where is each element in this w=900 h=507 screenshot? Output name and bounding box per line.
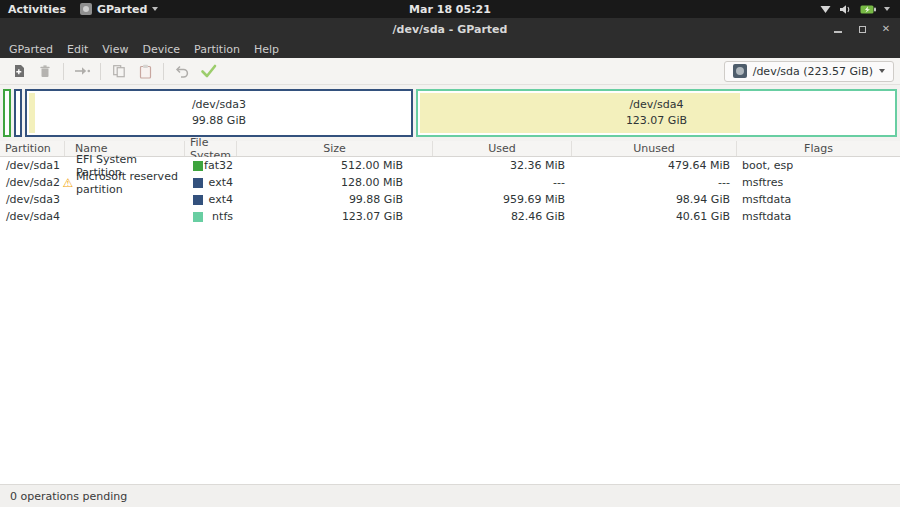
menu-view[interactable]: View — [95, 40, 135, 58]
partition-size-label: 123.07 GiB — [626, 113, 687, 129]
toolbar-separator — [163, 63, 164, 80]
statusbar: 0 operations pending — [0, 484, 900, 507]
app-menu-label: GParted — [97, 3, 147, 16]
menu-gparted[interactable]: GParted — [9, 40, 60, 58]
cell-size: 512.00 MiB — [237, 159, 433, 172]
cell-size: 128.00 MiB — [237, 176, 433, 189]
cell-used: 959.69 MiB — [433, 193, 572, 206]
caret-down-icon — [879, 69, 885, 73]
window-title: /dev/sda - GParted — [393, 23, 508, 36]
undo-button[interactable] — [169, 60, 195, 83]
cell-partition: /dev/sda2⚠ — [0, 176, 76, 189]
filesystem-color-swatch — [193, 195, 203, 205]
disk-icon — [733, 64, 747, 78]
cell-used: 32.36 MiB — [433, 159, 572, 172]
cell-filesystem: ext4 — [185, 176, 237, 189]
cell-filesystem: ntfs — [185, 210, 237, 223]
menu-partition[interactable]: Partition — [187, 40, 247, 58]
resize-move-button[interactable] — [69, 60, 95, 83]
cell-unused: 98.94 GiB — [572, 193, 737, 206]
partition-device-label: /dev/sda3 — [192, 97, 246, 113]
menubar: GPartedEditViewDevicePartitionHelp — [0, 40, 900, 58]
cell-filesystem: fat32 — [185, 159, 237, 172]
activities-button[interactable]: Activities — [8, 3, 66, 16]
partition-box-sda2[interactable] — [14, 89, 22, 137]
cell-size: 123.07 GiB — [237, 210, 433, 223]
checkmark-icon — [200, 64, 217, 78]
cell-name: Microsoft reserved partition — [76, 170, 185, 196]
cell-used: --- — [433, 176, 572, 189]
column-header-size: Size — [237, 141, 433, 156]
partition-size-label: 99.88 GiB — [192, 113, 246, 129]
paste-button[interactable] — [132, 60, 158, 83]
network-icon — [820, 5, 831, 14]
filesystem-color-swatch — [193, 161, 203, 171]
used-space-fill — [420, 93, 740, 133]
column-header-flags: Flags — [737, 141, 900, 156]
cell-unused: 40.61 GiB — [572, 210, 737, 223]
caret-down-icon — [152, 7, 158, 11]
caret-down-icon — [884, 7, 890, 11]
window-titlebar: /dev/sda - GParted ✕ — [0, 18, 900, 40]
app-menu[interactable]: GParted — [80, 3, 158, 16]
cell-filesystem: ext4 — [185, 193, 237, 206]
cell-unused: 479.64 MiB — [572, 159, 737, 172]
column-header-partition: Partition — [0, 141, 65, 156]
delete-partition-button[interactable] — [32, 60, 58, 83]
toolbar-separator — [63, 63, 64, 80]
device-selector[interactable]: /dev/sda (223.57 GiB) — [724, 61, 894, 82]
clock[interactable]: Mar 18 05:21 — [409, 3, 491, 16]
cell-unused: --- — [572, 176, 737, 189]
used-space-fill — [29, 93, 35, 133]
cell-flags: msftdata — [737, 210, 900, 223]
minimize-icon — [834, 31, 842, 33]
apply-operations-button[interactable] — [195, 60, 221, 83]
operations-pending-label: 0 operations pending — [10, 490, 127, 503]
filesystem-color-swatch — [193, 212, 203, 222]
column-header-used: Used — [433, 141, 572, 156]
resize-arrow-icon — [74, 65, 91, 77]
copy-icon — [112, 64, 126, 78]
column-header-file-system: File System — [185, 141, 237, 156]
minimize-button[interactable] — [832, 23, 844, 35]
cell-flags: boot, esp — [737, 159, 900, 172]
device-selector-label: /dev/sda (223.57 GiB) — [753, 65, 873, 78]
maximize-button[interactable] — [856, 23, 868, 35]
trash-icon — [38, 64, 52, 78]
table-row[interactable]: /dev/sda4 ntfs 123.07 GiB 82.46 GiB 40.6… — [0, 208, 900, 225]
cell-partition: /dev/sda4 — [0, 210, 76, 223]
partition-visual-bar: /dev/sda3 99.88 GiB /dev/sda4 123.07 GiB — [0, 85, 900, 141]
cell-partition: /dev/sda1 — [0, 159, 76, 172]
menu-help[interactable]: Help — [247, 40, 286, 58]
volume-icon — [839, 4, 852, 15]
system-tray[interactable] — [820, 4, 900, 15]
gparted-app-icon — [80, 3, 92, 15]
partition-box-sda4[interactable]: /dev/sda4 123.07 GiB — [416, 89, 897, 137]
battery-icon — [860, 5, 876, 14]
warning-icon: ⚠ — [63, 177, 74, 189]
menu-edit[interactable]: Edit — [60, 40, 95, 58]
filesystem-color-swatch — [193, 178, 203, 188]
cell-size: 99.88 GiB — [237, 193, 433, 206]
clipboard-icon — [139, 64, 152, 79]
toolbar: /dev/sda (223.57 GiB) — [0, 58, 900, 85]
gparted-screen: Activities GParted Mar 18 05:21 /dev/sda… — [0, 0, 900, 507]
partition-box-sda1[interactable] — [3, 89, 11, 137]
copy-button[interactable] — [106, 60, 132, 83]
partition-box-sda3[interactable]: /dev/sda3 99.88 GiB — [25, 89, 413, 137]
cell-flags: msftres — [737, 176, 900, 189]
table-empty-area — [0, 225, 900, 484]
table-row[interactable]: /dev/sda2⚠ Microsoft reserved partition … — [0, 174, 900, 191]
cell-flags: msftdata — [737, 193, 900, 206]
gnome-top-bar: Activities GParted Mar 18 05:21 — [0, 0, 900, 18]
partition-device-label: /dev/sda4 — [629, 97, 683, 113]
new-partition-button[interactable] — [6, 60, 32, 83]
menu-device[interactable]: Device — [135, 40, 187, 58]
close-button[interactable]: ✕ — [880, 23, 892, 35]
document-new-icon — [12, 64, 26, 78]
cell-used: 82.46 GiB — [433, 210, 572, 223]
undo-arrow-icon — [175, 65, 189, 78]
maximize-icon — [859, 26, 866, 33]
column-header-unused: Unused — [572, 141, 737, 156]
toolbar-separator — [100, 63, 101, 80]
